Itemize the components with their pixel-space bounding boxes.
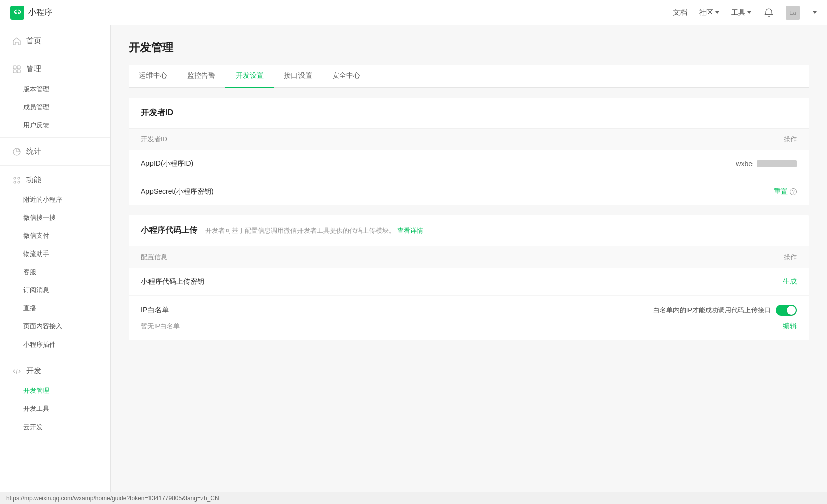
sidebar-item-logistics[interactable]: 物流助手 <box>0 245 110 263</box>
upload-section-title: 小程序代码上传 开发者可基于配置信息调用微信开发者工具提供的代码上传模块。 查看… <box>129 215 809 246</box>
sidebar-item-cloud-dev[interactable]: 云开发 <box>0 418 110 436</box>
sidebar-item-dev-tools[interactable]: 开发工具 <box>0 400 110 418</box>
appsecret-label: AppSecret(小程序密钥) <box>141 187 214 196</box>
sidebar-section-dev: 开发 开发管理 开发工具 云开发 <box>0 360 110 436</box>
nav-community[interactable]: 社区 <box>699 8 719 17</box>
table-row: AppID(小程序ID) wxbe <box>129 150 809 178</box>
appid-value: wxbe <box>736 160 797 168</box>
toggle-area: 白名单内的IP才能成功调用代码上传接口 <box>653 305 797 316</box>
sidebar-item-service[interactable]: 客服 <box>0 263 110 281</box>
no-ip-label: 暂无IP白名单 <box>141 322 180 331</box>
status-bar: https://mp.weixin.qq.com/wxamp/home/guid… <box>0 492 827 504</box>
generate-link[interactable]: 生成 <box>783 277 797 286</box>
svg-point-9 <box>18 177 20 179</box>
edit-link[interactable]: 编辑 <box>783 322 797 331</box>
tab-security[interactable]: 安全中心 <box>322 65 370 88</box>
community-chevron-icon <box>715 11 719 14</box>
tab-bar: 运维中心 监控告警 开发设置 接口设置 安全中心 <box>129 65 809 88</box>
developer-section-title: 开发者ID <box>129 98 809 128</box>
svg-rect-0 <box>10 6 24 20</box>
sidebar-item-dev-manage[interactable]: 开发管理 <box>0 382 110 400</box>
upload-section: 小程序代码上传 开发者可基于配置信息调用微信开发者工具提供的代码上传模块。 查看… <box>129 215 809 340</box>
upload-header-left: 配置信息 <box>141 253 167 262</box>
logo-area: 小程序 <box>10 6 673 20</box>
sidebar-item-stats[interactable]: 统计 <box>0 141 110 162</box>
table-row: IP白名单 白名单内的IP才能成功调用代码上传接口 暂无IP白名单 编辑 <box>129 296 809 340</box>
svg-point-2 <box>18 12 20 14</box>
stats-icon <box>12 147 21 156</box>
toggle-thumb <box>787 306 796 315</box>
logo-text: 小程序 <box>28 7 52 18</box>
svg-rect-5 <box>13 70 16 73</box>
svg-rect-3 <box>13 66 16 69</box>
upload-subtitle: 开发者可基于配置信息调用微信开发者工具提供的代码上传模块。 查看详情 <box>205 227 423 234</box>
main-content: 开发管理 运维中心 监控告警 开发设置 接口设置 安全中心 开发者ID 开发者I… <box>111 25 827 504</box>
status-url: https://mp.weixin.qq.com/wxamp/home/guid… <box>6 495 219 502</box>
appid-blurred <box>757 160 797 167</box>
sidebar-item-members[interactable]: 成员管理 <box>0 98 110 116</box>
sidebar-section-function: 功能 附近的小程序 微信搜一搜 微信支付 物流助手 客服 订阅消息 直播 页面内… <box>0 169 110 354</box>
svg-rect-6 <box>17 70 20 73</box>
toggle-track <box>776 305 797 316</box>
sidebar: 首页 管理 版本管理 成员管理 用户反馈 <box>0 25 111 504</box>
sidebar-item-subscribe[interactable]: 订阅消息 <box>0 281 110 299</box>
notification-bell-icon[interactable] <box>764 8 774 18</box>
top-nav: 小程序 文档 社区 工具 Ea <box>0 0 827 25</box>
svg-point-10 <box>14 181 16 183</box>
developer-id-section: 开发者ID 开发者ID 操作 AppID(小程序ID) wxbe AppSecr… <box>129 98 809 205</box>
logo-icon <box>10 6 24 20</box>
top-nav-right: 文档 社区 工具 Ea <box>673 6 817 20</box>
nav-tools[interactable]: 工具 <box>731 8 751 17</box>
avatar-chevron-icon[interactable] <box>813 11 817 14</box>
ip-whitelist-toggle[interactable] <box>776 305 797 316</box>
tab-dev-settings[interactable]: 开发设置 <box>225 65 274 88</box>
sidebar-section-stats: 统计 <box>0 141 110 162</box>
developer-table-header: 开发者ID 操作 <box>129 128 809 150</box>
home-icon <box>12 37 21 46</box>
upload-table-header: 配置信息 操作 <box>129 246 809 268</box>
sidebar-item-manage[interactable]: 管理 <box>0 58 110 80</box>
svg-rect-4 <box>17 66 20 69</box>
view-detail-link[interactable]: 查看详情 <box>397 227 423 234</box>
developer-header-left: 开发者ID <box>141 135 167 144</box>
sidebar-item-live[interactable]: 直播 <box>0 299 110 317</box>
page-title: 开发管理 <box>129 40 809 55</box>
sidebar-item-plugin[interactable]: 小程序插件 <box>0 335 110 354</box>
upload-header-right: 操作 <box>784 253 797 262</box>
tab-monitoring[interactable]: 监控告警 <box>177 65 225 88</box>
sidebar-item-page-content[interactable]: 页面内容接入 <box>0 317 110 335</box>
sidebar-item-search[interactable]: 微信搜一搜 <box>0 209 110 227</box>
tools-chevron-icon <box>747 11 751 14</box>
sidebar-section-manage: 管理 版本管理 成员管理 用户反馈 <box>0 58 110 134</box>
help-icon[interactable]: ? <box>790 188 797 195</box>
sidebar-item-version[interactable]: 版本管理 <box>0 80 110 98</box>
dev-icon <box>12 367 21 376</box>
developer-header-right: 操作 <box>784 135 797 144</box>
appsecret-action: 重置 ? <box>774 187 797 196</box>
sidebar-item-home[interactable]: 首页 <box>0 30 110 52</box>
main-layout: 首页 管理 版本管理 成员管理 用户反馈 <box>0 25 827 504</box>
sidebar-item-function[interactable]: 功能 <box>0 169 110 191</box>
reset-link[interactable]: 重置 ? <box>774 187 797 196</box>
upload-key-label: 小程序代码上传密钥 <box>141 277 204 286</box>
tab-operations[interactable]: 运维中心 <box>129 65 177 88</box>
toggle-description: 白名单内的IP才能成功调用代码上传接口 <box>653 306 771 315</box>
ip-whitelist-label: IP白名单 <box>141 306 169 315</box>
nav-docs[interactable]: 文档 <box>673 8 687 17</box>
sidebar-item-nearby[interactable]: 附近的小程序 <box>0 191 110 209</box>
tab-api-settings[interactable]: 接口设置 <box>274 65 322 88</box>
table-row: AppSecret(小程序密钥) 重置 ? <box>129 178 809 205</box>
svg-point-11 <box>18 181 20 183</box>
function-icon <box>12 176 21 185</box>
user-avatar[interactable]: Ea <box>786 6 800 20</box>
svg-point-8 <box>14 177 16 179</box>
appid-label: AppID(小程序ID) <box>141 159 193 169</box>
manage-icon <box>12 65 21 74</box>
sidebar-item-feedback[interactable]: 用户反馈 <box>0 116 110 134</box>
sidebar-item-pay[interactable]: 微信支付 <box>0 227 110 245</box>
sidebar-item-dev[interactable]: 开发 <box>0 360 110 382</box>
table-row: 小程序代码上传密钥 生成 <box>129 268 809 296</box>
svg-line-12 <box>16 369 17 374</box>
sidebar-section-home: 首页 <box>0 30 110 52</box>
svg-point-1 <box>15 12 17 14</box>
